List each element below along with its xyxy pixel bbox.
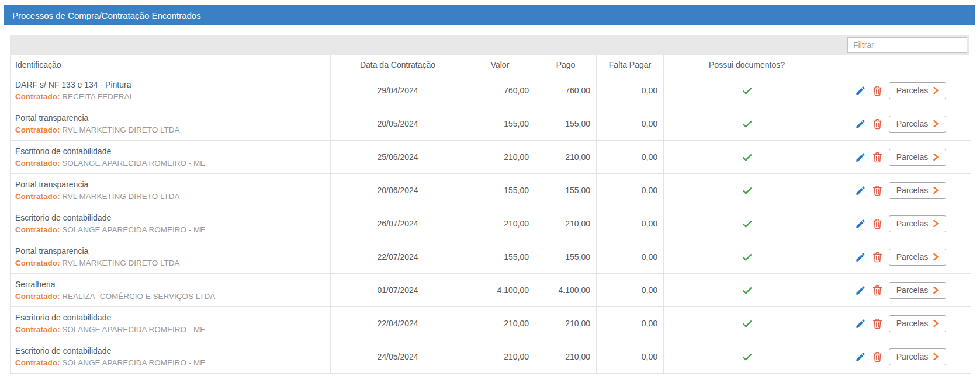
documents-check-icon — [664, 154, 829, 161]
falta-pagar-value: 0,00 — [597, 174, 664, 207]
table-row: DARF s/ NF 133 e 134 - Pintura Contratad… — [11, 74, 971, 107]
parcelas-button[interactable]: Parcelas — [889, 315, 946, 332]
data-contratacao-value: 25/06/2024 — [331, 141, 465, 174]
documents-check-icon — [664, 87, 829, 95]
contratado-label: Contratado: — [15, 292, 60, 301]
falta-pagar-value: 0,00 — [597, 340, 664, 374]
contratado-label: Contratado: — [15, 159, 60, 168]
table-row: Escritorio de contabilidade Contratado: … — [11, 340, 971, 374]
filter-input[interactable] — [847, 37, 967, 53]
valor-value: 4.100,00 — [465, 274, 535, 307]
parcelas-button[interactable]: Parcelas — [889, 348, 946, 365]
valor-value: 760,00 — [465, 74, 535, 107]
process-identification: Serralheria — [15, 278, 325, 291]
edit-pencil-icon[interactable] — [855, 118, 866, 130]
data-contratacao-value: 26/07/2024 — [331, 207, 465, 240]
processes-panel: Processos de Compra/Contratação Encontra… — [4, 5, 975, 380]
contratado-label: Contratado: — [15, 259, 60, 267]
contratado-label: Contratado: — [15, 358, 60, 367]
pago-value: 210,00 — [535, 207, 597, 240]
parcelas-label: Parcelas — [896, 152, 928, 162]
falta-pagar-value: 0,00 — [597, 141, 664, 174]
edit-pencil-icon[interactable] — [855, 252, 866, 263]
table-row: Portal transparencia Contratado: RVL MAR… — [11, 240, 971, 274]
edit-pencil-icon[interactable] — [855, 152, 866, 163]
process-identification: Portal transparencia — [15, 245, 325, 257]
pago-value: 210,00 — [535, 141, 597, 174]
documents-check-icon — [664, 220, 829, 228]
documents-check-icon — [664, 187, 829, 194]
column-header-data-contratacao: Data da Contratação — [331, 55, 465, 74]
delete-trash-icon[interactable] — [872, 318, 882, 329]
valor-value: 210,00 — [465, 207, 535, 240]
pago-value: 155,00 — [535, 240, 597, 274]
contratado-name: SOLANGE APARECIDA ROMEIRO - ME — [62, 225, 205, 234]
table-row: Portal transparencia Contratado: RVL MAR… — [11, 107, 971, 141]
contratado-label: Contratado: — [15, 125, 60, 134]
edit-pencil-icon[interactable] — [855, 185, 866, 196]
panel-title: Processos de Compra/Contratação Encontra… — [4, 5, 975, 25]
process-identification: Escritorio de contabilidade — [15, 345, 325, 357]
data-contratacao-value: 20/06/2024 — [331, 174, 465, 207]
column-header-falta-pagar: Falta Pagar — [597, 55, 664, 74]
falta-pagar-value: 0,00 — [597, 107, 664, 141]
edit-pencil-icon[interactable] — [855, 285, 866, 296]
valor-value: 155,00 — [465, 174, 535, 207]
valor-value: 210,00 — [465, 307, 535, 340]
documents-check-icon — [664, 253, 829, 261]
data-contratacao-value: 29/04/2024 — [331, 74, 465, 107]
falta-pagar-value: 0,00 — [597, 74, 664, 107]
table-row: Escritorio de contabilidade Contratado: … — [11, 207, 971, 240]
delete-trash-icon[interactable] — [872, 152, 882, 163]
valor-value: 210,00 — [465, 340, 535, 374]
pago-value: 760,00 — [535, 74, 597, 107]
delete-trash-icon[interactable] — [872, 85, 882, 96]
panel-body: Identificação Data da Contratação Valor … — [4, 25, 975, 379]
parcelas-button[interactable]: Parcelas — [889, 215, 946, 232]
chevron-right-icon — [933, 120, 939, 127]
parcelas-button[interactable]: Parcelas — [889, 116, 946, 133]
table-toolbar — [10, 35, 969, 55]
delete-trash-icon[interactable] — [872, 185, 882, 196]
process-identification: Escritorio de contabilidade — [15, 145, 325, 158]
table-header-row: Identificação Data da Contratação Valor … — [11, 55, 971, 74]
edit-pencil-icon[interactable] — [855, 351, 866, 362]
table-row: Serralheria Contratado: REALIZA- COMÉRCI… — [11, 274, 971, 307]
contratado-label: Contratado: — [15, 92, 60, 101]
contratado-name: SOLANGE APARECIDA ROMEIRO - ME — [62, 358, 205, 367]
edit-pencil-icon[interactable] — [855, 218, 866, 229]
pago-value: 155,00 — [535, 107, 597, 141]
parcelas-label: Parcelas — [896, 319, 928, 328]
delete-trash-icon[interactable] — [872, 118, 882, 130]
parcelas-button[interactable]: Parcelas — [889, 82, 946, 99]
parcelas-button[interactable]: Parcelas — [889, 182, 946, 199]
contratado-name: RECEITA FEDERAL — [62, 92, 134, 101]
process-identification: DARF s/ NF 133 e 134 - Pintura — [15, 79, 325, 91]
parcelas-button[interactable]: Parcelas — [889, 249, 946, 266]
chevron-right-icon — [933, 220, 939, 227]
parcelas-label: Parcelas — [896, 186, 928, 195]
chevron-right-icon — [933, 287, 939, 294]
documents-check-icon — [664, 287, 829, 294]
data-contratacao-value: 20/05/2024 — [331, 107, 465, 141]
valor-value: 210,00 — [465, 141, 535, 174]
chevron-right-icon — [933, 353, 939, 360]
contratado-name: RVL MARKETING DIRETO LTDA — [62, 192, 179, 201]
parcelas-button[interactable]: Parcelas — [889, 282, 946, 299]
delete-trash-icon[interactable] — [872, 218, 882, 229]
documents-check-icon — [664, 353, 829, 361]
processes-table: Identificação Data da Contratação Valor … — [10, 55, 971, 374]
parcelas-label: Parcelas — [896, 352, 928, 361]
edit-pencil-icon[interactable] — [855, 85, 866, 96]
table-row: Escritorio de contabilidade Contratado: … — [11, 307, 971, 340]
contratado-name: SOLANGE APARECIDA ROMEIRO - ME — [62, 325, 205, 334]
delete-trash-icon[interactable] — [872, 285, 882, 296]
delete-trash-icon[interactable] — [872, 252, 882, 263]
data-contratacao-value: 01/07/2024 — [331, 274, 465, 307]
parcelas-button[interactable]: Parcelas — [889, 149, 946, 166]
edit-pencil-icon[interactable] — [855, 318, 866, 329]
delete-trash-icon[interactable] — [872, 351, 882, 362]
pago-value: 210,00 — [535, 307, 597, 340]
falta-pagar-value: 0,00 — [597, 240, 664, 274]
falta-pagar-value: 0,00 — [597, 274, 664, 307]
